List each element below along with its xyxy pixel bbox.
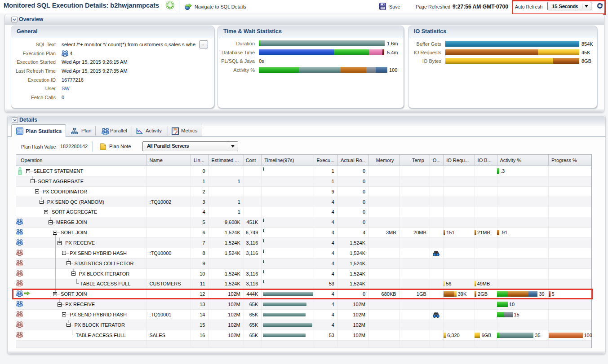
svg-text:70: 70: [174, 128, 177, 131]
